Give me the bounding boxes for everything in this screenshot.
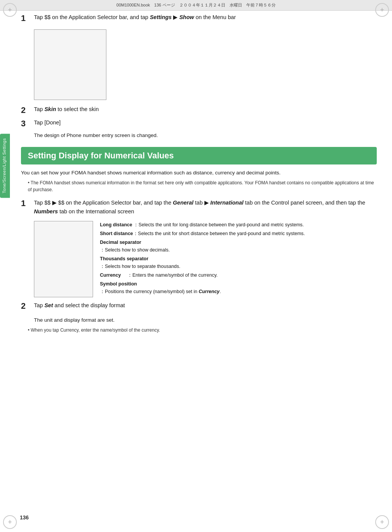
field-descriptions: Long distance ：Selects the unit for long… [100, 221, 305, 297]
corner-bottom-left [3, 515, 17, 529]
header-bar: 00M1000EN.book 136 ページ ２００４年１１月２４日 水曜日 午… [0, 0, 392, 11]
step3-text: Tap [Done] [34, 119, 61, 127]
section2-bullet2: When you tap Currency, enter the name/sy… [28, 327, 377, 334]
field-short-distance: Short distance：Selects the unit for shor… [100, 230, 305, 237]
section2-step1: 1 Tap $$ ▶ $$ on the Application Selecto… [21, 198, 377, 216]
section1-result: The design of Phone number entry screen … [34, 132, 377, 139]
field-thousands-separator: Thousands separator ：Selects how to sepa… [100, 255, 305, 270]
section2-step2-text: Tap Set and select the display format [34, 301, 125, 310]
section1-step2: 2 Tap Skin to select the skin [21, 105, 377, 115]
page-number: 136 [20, 514, 29, 521]
corner-top-right [375, 3, 389, 17]
screenshot-skin [34, 29, 106, 100]
step3-number: 3 [21, 119, 32, 129]
section2-header: Setting Display for Numerical Values [21, 147, 377, 164]
section2-step1-number: 1 [21, 198, 32, 208]
section2-desc1: You can set how your FOMA handset shows … [21, 169, 377, 177]
section1-step1: 1 Tap $$ on the Application Selector bar… [21, 13, 377, 23]
step1-text: Tap $$ on the Application Selector bar, … [34, 13, 236, 22]
section2-step1-text: Tap $$ ▶ $$ on the Application Selector … [34, 198, 377, 216]
section1-step3: 3 Tap [Done] [21, 119, 377, 129]
section2-step2-number: 2 [21, 301, 32, 311]
screenshot-desc-row: Long distance ：Selects the unit for long… [34, 221, 377, 297]
step2-text: Tap Skin to select the skin [34, 105, 99, 114]
screenshot-numbers [34, 221, 93, 297]
field-symbol-position: Symbol position ：Positions the currency … [100, 280, 305, 295]
section2-step2: 2 Tap Set and select the display format [21, 301, 377, 311]
corner-bottom-right [375, 515, 389, 529]
main-content: 1 Tap $$ on the Application Selector bar… [21, 13, 377, 362]
header-text: 00M1000EN.book 136 ページ ２００４年１１月２４日 水曜日 午… [116, 2, 275, 8]
corner-top-left [3, 3, 17, 17]
section2-result1: The unit and display format are set. [34, 316, 377, 324]
field-currency: Currency ：Enters the name/symbol of the … [100, 271, 305, 279]
section2-bullet: The FOMA handset shows numerical informa… [28, 179, 377, 193]
side-tab: Tone/Screen/Light Settings [0, 134, 10, 198]
field-long-distance: Long distance ：Selects the unit for long… [100, 221, 305, 229]
step2-number: 2 [21, 105, 32, 115]
field-decimal-separator: Decimal separator ：Selects how to show d… [100, 239, 305, 254]
step1-number: 1 [21, 13, 32, 23]
